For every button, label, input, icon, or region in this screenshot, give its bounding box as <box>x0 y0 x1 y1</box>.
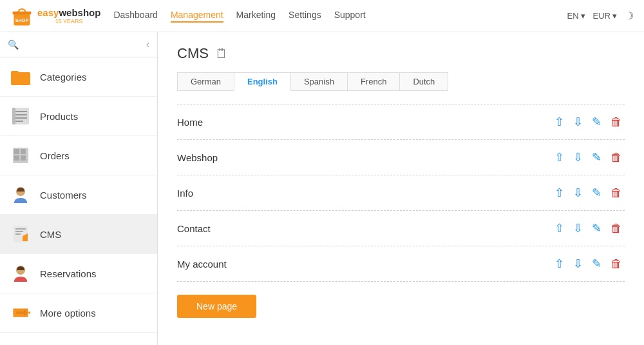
dark-mode-toggle[interactable]: ☽ <box>625 10 634 22</box>
svg-rect-13 <box>14 155 19 161</box>
edit-button[interactable]: ✎ <box>589 149 604 166</box>
language-tabs: German English Spanish French Dutch <box>177 72 625 91</box>
sidebar-item-reservations[interactable]: Reservations <box>0 254 157 293</box>
search-icon: 🔍 <box>8 39 19 50</box>
sidebar-items: Categories Products <box>0 57 157 345</box>
row-actions: ⇧ ⇩ ✎ 🗑 <box>552 149 625 166</box>
top-nav: SHOP easywebshop 15 YEARS Dashboard Mana… <box>0 0 644 32</box>
cms-list: Home ⇧ ⇩ ✎ 🗑 Webshop ⇧ ⇩ ✎ 🗑 Info <box>177 104 625 282</box>
row-actions: ⇧ ⇩ ✎ 🗑 <box>552 113 625 130</box>
delete-button[interactable]: 🗑 <box>608 221 625 237</box>
tab-dutch[interactable]: Dutch <box>399 72 448 91</box>
nav-marketing[interactable]: Marketing <box>236 10 276 23</box>
svg-rect-15 <box>21 155 26 161</box>
collapse-sidebar-button[interactable]: ‹ <box>146 39 149 50</box>
main-layout: 🔍 ‹ Categories <box>0 32 644 345</box>
tab-german[interactable]: German <box>177 72 234 91</box>
delete-button[interactable]: 🗑 <box>608 114 625 130</box>
move-down-button[interactable]: ⇩ <box>571 149 585 166</box>
main-nav: Dashboard Management Marketing Settings … <box>113 10 567 23</box>
nav-dashboard[interactable]: Dashboard <box>113 10 158 23</box>
move-down-button[interactable]: ⇩ <box>571 255 585 272</box>
svg-rect-4 <box>11 71 19 74</box>
cms-page-icon: 🗒 <box>215 46 228 61</box>
orders-icon <box>10 145 31 166</box>
logo: SHOP easywebshop 15 YEARS <box>10 5 100 28</box>
svg-rect-14 <box>21 149 26 154</box>
nav-support[interactable]: Support <box>334 10 366 23</box>
delete-button[interactable]: 🗑 <box>608 185 625 201</box>
logo-icon: SHOP <box>10 5 33 28</box>
search-input[interactable] <box>23 40 146 50</box>
table-row: My account ⇧ ⇩ ✎ 🗑 <box>177 246 625 282</box>
cms-icon <box>10 224 31 244</box>
svg-rect-10 <box>12 108 15 124</box>
tab-spanish[interactable]: Spanish <box>290 72 348 91</box>
table-row: Home ⇧ ⇩ ✎ 🗑 <box>177 104 625 140</box>
move-up-button[interactable]: ⇧ <box>552 113 567 130</box>
sidebar-item-customers[interactable]: Customers <box>0 175 157 215</box>
cms-row-name: My account <box>177 259 552 270</box>
language-selector[interactable]: EN ▾ <box>567 11 585 21</box>
svg-rect-12 <box>14 149 19 154</box>
move-up-button[interactable]: ⇧ <box>552 184 567 201</box>
nav-management[interactable]: Management <box>171 10 223 23</box>
sidebar-item-more-options[interactable]: More options <box>0 293 157 333</box>
cms-row-name: Info <box>177 188 552 199</box>
search-area: 🔍 ‹ <box>0 32 157 57</box>
logo-years: 15 YEARS <box>37 18 100 25</box>
sidebar-item-categories[interactable]: Categories <box>0 57 157 97</box>
move-up-button[interactable]: ⇧ <box>552 149 567 166</box>
move-down-button[interactable]: ⇩ <box>571 113 585 130</box>
svg-rect-1 <box>13 11 32 14</box>
move-down-button[interactable]: ⇩ <box>571 184 585 201</box>
svg-rect-20 <box>15 231 23 232</box>
edit-button[interactable]: ✎ <box>589 113 604 130</box>
row-actions: ⇧ ⇩ ✎ 🗑 <box>552 220 625 237</box>
svg-rect-8 <box>14 117 27 119</box>
reservations-icon <box>10 263 31 284</box>
tab-english[interactable]: English <box>234 72 291 91</box>
svg-rect-22 <box>15 233 21 235</box>
svg-text:SHOP: SHOP <box>15 17 29 23</box>
svg-rect-9 <box>14 121 23 122</box>
content-area: CMS 🗒 German English Spanish French Dutc… <box>158 32 644 345</box>
svg-rect-7 <box>14 114 27 115</box>
move-up-button[interactable]: ⇧ <box>552 220 567 237</box>
tab-french[interactable]: French <box>347 72 400 91</box>
sidebar: 🔍 ‹ Categories <box>0 32 158 345</box>
table-row: Contact ⇧ ⇩ ✎ 🗑 <box>177 211 625 246</box>
sidebar-item-products[interactable]: Products <box>0 97 157 136</box>
products-icon <box>10 106 31 126</box>
cms-row-name: Contact <box>177 223 552 234</box>
edit-button[interactable]: ✎ <box>589 255 604 272</box>
row-actions: ⇧ ⇩ ✎ 🗑 <box>552 184 625 201</box>
table-row: Webshop ⇧ ⇩ ✎ 🗑 <box>177 140 625 175</box>
sidebar-item-orders[interactable]: Orders <box>0 136 157 175</box>
svg-rect-19 <box>15 228 26 230</box>
svg-rect-6 <box>14 111 27 112</box>
row-actions: ⇧ ⇩ ✎ 🗑 <box>552 255 625 272</box>
page-header: CMS 🗒 <box>177 45 625 62</box>
move-up-button[interactable]: ⇧ <box>552 255 567 272</box>
edit-button[interactable]: ✎ <box>589 184 604 201</box>
cms-row-name: Webshop <box>177 152 552 163</box>
edit-button[interactable]: ✎ <box>589 220 604 237</box>
nav-settings[interactable]: Settings <box>289 10 321 23</box>
new-page-button[interactable]: New page <box>177 295 256 318</box>
page-title: CMS <box>177 45 209 62</box>
sidebar-item-cms[interactable]: CMS <box>0 215 157 254</box>
top-right: EN ▾ EUR ▾ ☽ <box>567 10 634 22</box>
more-options-icon <box>10 302 31 323</box>
delete-button[interactable]: 🗑 <box>608 256 625 272</box>
customers-icon <box>10 184 31 205</box>
folder-icon <box>10 66 31 87</box>
cms-row-name: Home <box>177 117 552 128</box>
currency-selector[interactable]: EUR ▾ <box>593 11 617 21</box>
move-down-button[interactable]: ⇩ <box>571 220 585 237</box>
table-row: Info ⇧ ⇩ ✎ 🗑 <box>177 175 625 211</box>
delete-button[interactable]: 🗑 <box>608 150 625 166</box>
